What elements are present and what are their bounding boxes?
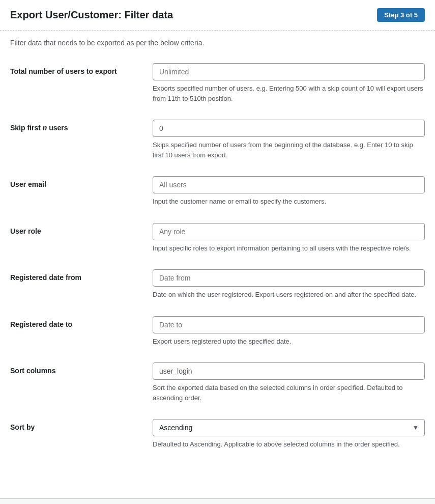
user-email-label: User email xyxy=(10,180,46,188)
user-email-input[interactable] xyxy=(153,176,425,193)
user-email-label-col: User email xyxy=(10,176,153,188)
user-role-label-col: User role xyxy=(10,223,153,235)
registered-date-to-row: Registered date to Export users register… xyxy=(10,308,425,355)
registered-date-to-hint: Export users registered upto the specifi… xyxy=(153,337,425,347)
user-role-row: User role Input specific roles to export… xyxy=(10,215,425,262)
total-users-input[interactable] xyxy=(153,63,425,80)
skip-users-label: Skip first n users xyxy=(10,124,68,132)
sort-by-label-col: Sort by xyxy=(10,419,153,431)
sort-by-input-col: Ascending Descending ▼ Defaulted to Asce… xyxy=(153,419,425,450)
registered-date-from-label-col: Registered date from xyxy=(10,269,153,282)
registered-date-from-label: Registered date from xyxy=(10,273,81,282)
user-role-hint: Input specific roles to export informati… xyxy=(153,243,425,254)
page-container: Export User/Customer: Filter data Step 3… xyxy=(0,0,435,504)
header: Export User/Customer: Filter data Step 3… xyxy=(0,0,435,31)
skip-users-row: Skip first n users Skips specified numbe… xyxy=(10,111,425,168)
user-role-input[interactable] xyxy=(153,223,425,240)
registered-date-from-row: Registered date from Date on which the u… xyxy=(10,261,425,308)
subtitle: Filter data that needs to be exported as… xyxy=(0,31,435,51)
skip-users-input-col: Skips specified number of users from the… xyxy=(153,120,425,160)
form-body: Total number of users to export Exports … xyxy=(0,51,435,498)
sort-by-select-wrapper: Ascending Descending ▼ xyxy=(153,419,425,436)
skip-users-input[interactable] xyxy=(153,120,425,137)
registered-date-to-input-col: Export users registered upto the specifi… xyxy=(153,316,425,347)
sort-columns-hint: Sort the exported data based on the sele… xyxy=(153,383,425,403)
total-users-hint: Exports specified number of users. e.g. … xyxy=(153,83,425,103)
user-role-label: User role xyxy=(10,227,41,235)
registered-date-to-label-col: Registered date to xyxy=(10,316,153,328)
sort-by-row: Sort by Ascending Descending ▼ Defaulted… xyxy=(10,411,425,458)
sort-by-hint: Defaulted to Ascending. Applicable to ab… xyxy=(153,439,425,450)
user-email-input-col: Input the customer name or email to spec… xyxy=(153,176,425,207)
total-users-label-col: Total number of users to export xyxy=(10,63,153,75)
total-users-row: Total number of users to export Exports … xyxy=(10,55,425,111)
page-title: Export User/Customer: Filter data xyxy=(10,9,173,21)
registered-date-to-label: Registered date to xyxy=(10,320,72,328)
sort-columns-label: Sort columns xyxy=(10,367,55,375)
skip-users-label-col: Skip first n users xyxy=(10,120,153,132)
sort-columns-input-col: Sort the exported data based on the sele… xyxy=(153,362,425,403)
user-email-hint: Input the customer name or email to spec… xyxy=(153,197,425,207)
sort-columns-row: Sort columns Sort the exported data base… xyxy=(10,354,425,411)
step-badge: Step 3 of 5 xyxy=(377,8,425,22)
sort-columns-label-col: Sort columns xyxy=(10,362,153,375)
user-role-input-col: Input specific roles to export informati… xyxy=(153,223,425,254)
total-users-label: Total number of users to export xyxy=(10,67,117,75)
registered-date-to-input[interactable] xyxy=(153,316,425,333)
sort-by-label: Sort by xyxy=(10,423,35,431)
registered-date-from-hint: Date on which the user registered. Expor… xyxy=(153,290,425,300)
user-email-row: User email Input the customer name or em… xyxy=(10,168,425,215)
footer-bar: Back Step 4: Map and reorder export colu… xyxy=(0,498,435,505)
registered-date-from-input[interactable] xyxy=(153,269,425,287)
skip-users-hint: Skips specified number of users from the… xyxy=(153,140,425,160)
sort-columns-input[interactable] xyxy=(153,362,425,380)
sort-by-select[interactable]: Ascending Descending xyxy=(153,419,425,436)
registered-date-from-input-col: Date on which the user registered. Expor… xyxy=(153,269,425,300)
total-users-input-col: Exports specified number of users. e.g. … xyxy=(153,63,425,103)
